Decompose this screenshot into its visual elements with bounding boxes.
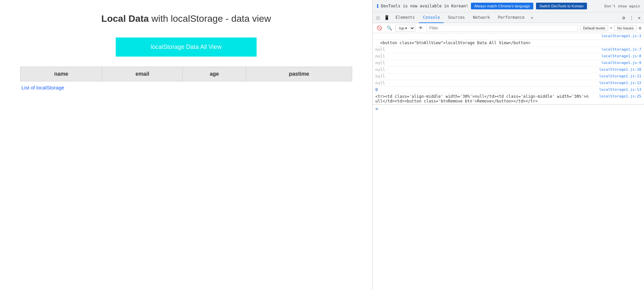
console-line: null localStorage1.js:11 (373, 73, 644, 80)
console-line-content: null (375, 74, 590, 79)
page-title-rest: with localStorage - data view (149, 13, 271, 24)
inspect-icon[interactable]: □ (374, 14, 382, 22)
page-title-bold: Local Data (101, 13, 149, 24)
close-icon[interactable]: ✕ (636, 15, 643, 20)
tab-elements[interactable]: Elements (391, 12, 419, 23)
console-line: 0 localStorage1.js:13 (373, 87, 644, 93)
clear-console-button[interactable]: 🚫 (375, 25, 383, 31)
console-line: null localStorage1.js:9 (373, 60, 644, 67)
page-title: Local Data with localStorage - data view (20, 13, 352, 24)
console-line: localStorage1.js:3 (373, 33, 644, 40)
console-line-source[interactable]: localStorage1.js:7 (590, 47, 644, 52)
console-line-source[interactable]: localStorage1.js:10 (590, 67, 644, 72)
btn-all-view[interactable]: localStorage Data All View (116, 38, 257, 57)
console-toolbar: 🚫 🔍 top ▾ 👁 Default levels ▼ No Issues ⚙ (373, 23, 644, 33)
filter-input[interactable] (426, 25, 578, 31)
console-settings-icon[interactable]: ⚙ (639, 25, 641, 30)
console-line-source[interactable]: localStorage1.js:11 (590, 74, 644, 78)
tab-console[interactable]: Console (419, 12, 444, 23)
console-line-source[interactable]: localStorage1.js:3 (590, 34, 644, 38)
table-header: name email age pastime (20, 67, 352, 81)
console-line-content: <button class="btnAllView">localStorage … (375, 41, 590, 45)
console-line-content: null (375, 61, 590, 65)
console-line-source[interactable]: localStorage1.js:13 (590, 87, 644, 92)
console-line: null localStorage1.js:10 (373, 67, 644, 73)
col-age: age (183, 67, 246, 81)
console-line-content: null (375, 81, 590, 85)
more-options-icon[interactable]: ⋮ (627, 15, 636, 20)
data-table: name email age pastime (20, 67, 352, 81)
console-line: null localStorage1.js:12 (373, 80, 644, 87)
filter-icon-button[interactable]: 🔍 (385, 25, 393, 31)
tab-more-icon[interactable]: » (529, 15, 535, 20)
console-line-source[interactable]: localStorage1.js:8 (590, 54, 644, 58)
console-line-source[interactable]: localStorage1.js:9 (590, 61, 644, 65)
col-email: email (102, 67, 182, 81)
col-name: name (20, 67, 102, 81)
console-line-source[interactable]: localStorage1.js:25 (590, 94, 644, 98)
devtools-panel: ℹ DevTools is now available in Korean! A… (372, 0, 644, 290)
tab-network[interactable]: Network (469, 12, 494, 23)
eye-icon-button[interactable]: 👁 (417, 25, 424, 31)
notification-text: DevTools is now available in Korean! (381, 4, 468, 8)
tab-performance[interactable]: Performance (494, 12, 529, 23)
context-dropdown[interactable]: top ▾ (395, 25, 415, 31)
console-prompt-icon: > (375, 106, 378, 112)
main-page: Local Data with localStorage - data view… (0, 0, 372, 290)
list-label: List of localStorage (20, 85, 352, 90)
console-line: null localStorage1.js:8 (373, 53, 644, 60)
btn-match-language[interactable]: Always match Chrome's language (471, 3, 533, 9)
settings-icon[interactable]: ⚙ (620, 15, 627, 20)
console-output[interactable]: localStorage1.js:3 <button class="btnAll… (373, 33, 644, 290)
table-header-row: name email age pastime (20, 67, 352, 81)
default-levels-button[interactable]: Default levels (580, 25, 608, 31)
devtools-tab-bar: □ 📱 Elements Console Sources Network Per… (373, 12, 644, 23)
device-icon[interactable]: 📱 (383, 14, 391, 22)
info-icon: ℹ (377, 3, 378, 9)
console-line-source[interactable]: localStorage1.js:12 (590, 81, 644, 85)
console-input-line: > (373, 104, 644, 113)
console-line: <tr><td class='align-middle' width='30%'… (373, 93, 644, 104)
console-line-content: null (375, 47, 590, 52)
console-line: null localStorage1.js:7 (373, 47, 644, 53)
console-line-content: null (375, 67, 590, 72)
btn-dont-show[interactable]: Don't show again (604, 4, 640, 8)
col-pastime: pastime (246, 67, 352, 81)
no-issues-button[interactable]: No Issues (614, 25, 637, 31)
console-line: <button class="btnAllView">localStorage … (373, 40, 644, 47)
console-line-content: <tr><td class='align-middle' width='30%'… (375, 94, 590, 103)
console-line-content: null (375, 54, 590, 59)
btn-switch-korean[interactable]: Switch DevTools to Korean (536, 3, 587, 9)
tab-sources[interactable]: Sources (444, 12, 469, 23)
devtools-notification: ℹ DevTools is now available in Korean! A… (373, 0, 644, 12)
console-line-content: 0 (375, 87, 590, 92)
